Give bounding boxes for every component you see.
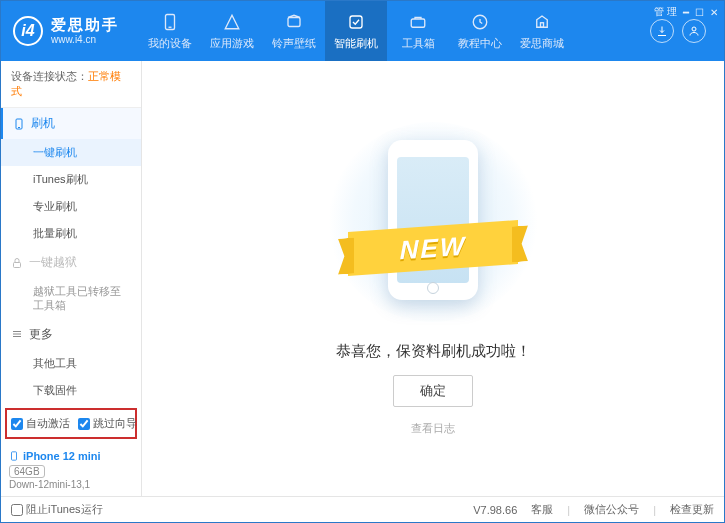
nav-item-2[interactable]: 铃声壁纸 [263,1,325,61]
sidebar: 设备连接状态：正常模式 刷机 一键刷机iTunes刷机专业刷机批量刷机 一键越狱… [1,61,142,496]
sidebar-item-flash-0[interactable]: 一键刷机 [1,139,141,166]
device-storage-badge: 64GB [9,465,45,478]
sidebar-item-flash-2[interactable]: 专业刷机 [1,193,141,220]
nav-label: 爱思商城 [520,36,564,51]
device-firmware: Down-12mini-13,1 [9,479,133,490]
phone-icon [9,449,19,463]
minimize-button[interactable]: ━ [683,7,689,18]
account-button[interactable] [682,19,706,43]
nav-label: 教程中心 [458,36,502,51]
sidebar-group-jailbreak-label: 一键越狱 [29,254,77,271]
sidebar-group-more[interactable]: 更多 [1,319,141,350]
sidebar-item-more-1[interactable]: 下载固件 [1,377,141,404]
view-log-link[interactable]: 查看日志 [411,421,455,436]
main-nav: 我的设备应用游戏铃声壁纸智能刷机工具箱教程中心爱思商城 [139,1,573,61]
nav-item-1[interactable]: 应用游戏 [201,1,263,61]
nav-label: 我的设备 [148,36,192,51]
download-button[interactable] [650,19,674,43]
sidebar-group-jailbreak[interactable]: 一键越狱 [1,247,141,278]
nav-icon [222,12,242,32]
jailbreak-note: 越狱工具已转移至工具箱 [1,278,141,319]
logo: i4 爱思助手 www.i4.cn [13,16,119,46]
skip-guide-checkbox[interactable]: 跳过向导 [78,416,137,431]
connection-status: 设备连接状态：正常模式 [1,61,141,108]
sidebar-group-more-label: 更多 [29,326,53,343]
device-name[interactable]: iPhone 12 mini [9,449,133,463]
confirm-button[interactable]: 确定 [393,375,473,407]
nav-icon [532,12,552,32]
close-button[interactable]: ✕ [710,7,718,18]
sidebar-group-flash-label: 刷机 [31,115,55,132]
conn-status-label: 设备连接状态： [11,70,88,82]
sidebar-item-more-0[interactable]: 其他工具 [1,350,141,377]
version-text: V7.98.66 [473,504,517,516]
nav-icon [470,12,490,32]
main-panel: NEW 恭喜您，保资料刷机成功啦！ 确定 查看日志 [142,61,724,496]
statusbar: 阻止iTunes运行 V7.98.66 客服 | 微信公众号 | 检查更新 [1,496,724,522]
app-title: 爱思助手 [51,17,119,34]
nav-item-4[interactable]: 工具箱 [387,1,449,61]
svg-rect-4 [411,19,425,27]
success-illustration: NEW [328,122,538,322]
auto-activate-label: 自动激活 [26,416,70,431]
block-itunes-checkbox[interactable]: 阻止iTunes运行 [11,502,103,517]
lock-icon [11,257,23,269]
skip-guide-label: 跳过向导 [93,416,137,431]
nav-item-6[interactable]: 爱思商城 [511,1,573,61]
auto-activate-checkbox[interactable]: 自动激活 [11,416,70,431]
win-extra[interactable]: 管 理 [654,5,677,19]
svg-rect-10 [14,262,21,267]
sidebar-item-flash-3[interactable]: 批量刷机 [1,220,141,247]
nav-label: 铃声壁纸 [272,36,316,51]
check-update-link[interactable]: 检查更新 [670,502,714,517]
nav-icon [284,12,304,32]
nav-label: 工具箱 [402,36,435,51]
app-url: www.i4.cn [51,34,119,45]
nav-icon [346,12,366,32]
nav-item-5[interactable]: 教程中心 [449,1,511,61]
window-controls: 管 理 ━ ☐ ✕ [654,5,718,19]
phone-illustration [388,140,478,300]
nav-label: 应用游戏 [210,36,254,51]
options-highlight-box: 自动激活 跳过向导 [5,408,137,439]
svg-rect-2 [288,17,300,26]
logo-icon: i4 [13,16,43,46]
sidebar-item-flash-1[interactable]: iTunes刷机 [1,166,141,193]
titlebar: i4 爱思助手 www.i4.cn 我的设备应用游戏铃声壁纸智能刷机工具箱教程中… [1,1,724,61]
device-info: iPhone 12 mini 64GB Down-12mini-13,1 [1,443,141,496]
app-window: i4 爱思助手 www.i4.cn 我的设备应用游戏铃声壁纸智能刷机工具箱教程中… [0,0,725,523]
svg-rect-3 [350,16,362,28]
nav-label: 智能刷机 [334,36,378,51]
maximize-button[interactable]: ☐ [695,7,704,18]
block-itunes-label: 阻止iTunes运行 [26,502,103,517]
support-link[interactable]: 客服 [531,502,553,517]
menu-icon [11,328,23,340]
svg-rect-14 [12,452,17,460]
nav-item-0[interactable]: 我的设备 [139,1,201,61]
nav-icon [408,12,428,32]
nav-item-3[interactable]: 智能刷机 [325,1,387,61]
nav-icon [160,12,180,32]
svg-point-7 [692,27,696,31]
phone-icon [13,118,25,130]
wechat-link[interactable]: 微信公众号 [584,502,639,517]
success-message: 恭喜您，保资料刷机成功啦！ [336,342,531,361]
sidebar-group-flash[interactable]: 刷机 [1,108,141,139]
svg-rect-6 [541,22,544,27]
